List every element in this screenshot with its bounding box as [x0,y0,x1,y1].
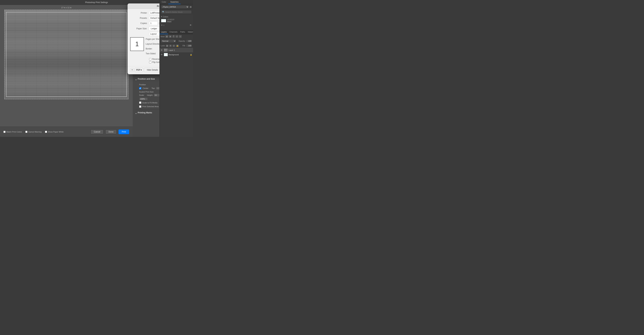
layer1-eye-icon[interactable]: 👁 [161,49,163,51]
tab-paths[interactable]: Paths [179,30,186,34]
ps-top-panel-tabs: Color Swatches [160,0,193,4]
ps-side-panels: Color Swatches JTaylor_DATEA ⊞ 🔍 ▾ Color… [160,0,193,137]
kind-filter-row: Kind ▤ ◈ T ▱ ◇ [160,34,193,38]
layer-row-bg[interactable]: 👁 Background 🔒 [160,52,193,57]
swatch-add-button[interactable]: + [161,24,162,27]
library-grid-button[interactable]: ⊞ [190,6,192,8]
scale-label: Scale: [139,94,144,96]
search-input[interactable] [165,11,190,13]
colors-section-header: ▾ Colors [161,16,192,18]
lock-pos-btn[interactable]: ✛ [169,44,172,47]
swatch-black: #F3FEFF Black [161,19,192,22]
colors-section: ▾ Colors #F3FEFF Black + ↕ 👁 [160,14,193,28]
bottom-buttons: Cancel Done Print [90,130,129,134]
show-paper-white-label[interactable]: Show Paper White [45,131,64,133]
layer-row-1[interactable]: 👁 Layer 1 [160,48,193,52]
mac-help-button[interactable]: ? [130,68,134,72]
swatch-visibility-button[interactable]: 👁 [190,24,192,26]
blend-mode-select[interactable]: Normal [161,39,176,43]
printing-marks-title: Printing Marks [138,112,152,114]
preview-panel: 17 in x 11 in Match Print Colors Gamut W… [0,5,133,137]
opacity-input[interactable] [186,40,192,42]
bg-eye-icon[interactable]: 👁 [161,54,163,56]
image-border [6,12,127,97]
tab-color[interactable]: Color [160,0,168,4]
mac-copies-input[interactable] [149,21,158,25]
center-checkbox[interactable] [139,87,141,90]
height-label: Height: [147,94,153,96]
match-print-colors-label[interactable]: Match Print Colors [4,131,22,133]
print-button[interactable]: Print [118,130,129,134]
search-icon: 🔍 [162,11,164,13]
scale-field: Scale: [139,94,144,96]
bg-thumb [164,53,168,56]
kind-filter-shape[interactable]: ▱ [175,35,178,38]
kind-filter-smart[interactable]: ◇ [179,35,182,38]
page-size-label: 17 in x 11 in [61,6,71,8]
cancel-button[interactable]: Cancel [90,130,104,134]
swatch-color-black[interactable] [161,19,166,22]
kind-filter-text[interactable]: T [172,35,175,38]
pdf-dropdown-arrow: ▾ [141,69,142,71]
fill-input[interactable] [186,44,192,47]
paper-image [5,10,128,99]
search-container: 🔍 [160,10,193,14]
tab-channels[interactable]: Channels [168,30,179,34]
scale-to-fit-checkbox[interactable] [139,102,141,104]
reverse-orientation-checkbox[interactable] [149,58,151,60]
match-print-colors-checkbox[interactable] [4,131,6,133]
mac-footer-left: ? PDF ▾ Hide Details [130,68,161,72]
paper-preview [4,10,128,99]
mac-printer-label: Printer: [130,12,149,14]
printing-marks-triangle [135,113,137,114]
lock-all-btn[interactable]: 🔒 [176,44,179,47]
library-header: JTaylor_DATEA ⊞ [160,4,193,10]
layers-panel-tabs: Layers Channels Paths History [160,30,193,34]
opacity-field: Opacity: [178,40,192,42]
mac-presets-label: Presets: [130,17,149,19]
tab-swatches[interactable]: Swatches [168,0,181,4]
mac-copies-label: Copies: [130,22,149,24]
layer1-thumb [164,48,168,52]
mac-paper-size-label: Paper Size: [130,28,149,30]
scale-to-fit-label: Scale to Fit Media [142,102,158,104]
gamut-warning-label[interactable]: Gamut Warning [25,131,42,133]
gamut-warning-checkbox[interactable] [25,131,28,133]
bottom-checkboxes: Match Print Colors Gamut Warning Show Pa… [4,131,64,133]
swatch-actions: + ↕ 👁 [161,24,192,27]
bg-lock-icon: 🔒 [190,54,192,56]
kind-filter-pixel[interactable]: ▤ [165,35,168,38]
kind-filter-adjust[interactable]: ◈ [169,35,172,38]
pos-size-triangle [135,80,137,80]
print-selected-checkbox[interactable] [139,106,141,108]
center-label: Center [143,87,148,89]
search-box: 🔍 [161,10,192,14]
mac-pdf-button[interactable]: PDF ▾ [135,68,143,72]
library-select[interactable]: JTaylor_DATEA [161,5,189,8]
blend-opacity-row: Normal Opacity: [160,38,193,44]
divider-panels [160,29,193,29]
lock-fill-row: Lock: ▤ ✛ ◻ 🔒 Fill: [160,44,193,48]
show-paper-white-checkbox[interactable] [45,131,47,133]
top-label: Top: [152,87,155,89]
done-button[interactable]: Done [105,130,117,134]
lock-artboard-btn[interactable]: ◻ [172,44,175,47]
bottom-controls: Match Print Colors Gamut Warning Show Pa… [0,126,133,137]
lock-pixel-btn[interactable]: ▤ [166,44,168,47]
kind-label: Kind [161,36,164,38]
swatch-move-button[interactable]: ↕ [163,24,164,26]
lock-field: Lock: ▤ ✛ ◻ 🔒 [161,44,179,47]
tab-history[interactable]: History [186,30,193,34]
mac-paper-preview: 1 [130,37,144,51]
print-selected-label: Print Selected Area [142,106,158,108]
colors-triangle: ▾ [161,16,162,18]
mac-hide-details-button[interactable]: Hide Details [144,68,161,72]
dialog-title: Photoshop Print Settings [85,1,108,4]
flip-horizontally-checkbox[interactable] [149,61,151,64]
scale-input[interactable] [139,97,148,100]
tab-layers[interactable]: Layers [160,30,168,34]
kind-filter-icons: ▤ ◈ T ▱ ◇ [165,35,182,38]
fill-field: Fill: [182,44,192,47]
swatch-info: #F3FEFF Black [167,19,192,22]
position-size-title: Position and Size [138,78,155,80]
